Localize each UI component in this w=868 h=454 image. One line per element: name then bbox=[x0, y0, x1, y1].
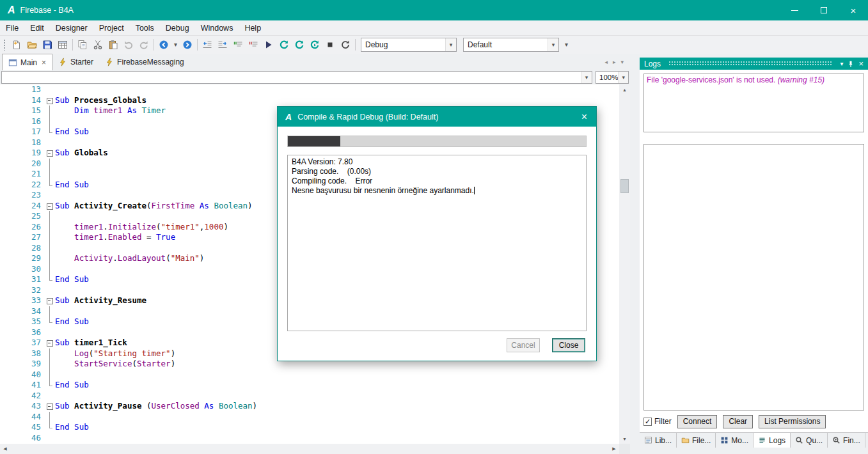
line-number[interactable]: 25 bbox=[0, 211, 45, 222]
chevron-down-icon[interactable]: ▾ bbox=[581, 72, 592, 83]
menu-file[interactable]: File bbox=[0, 20, 24, 35]
logs-tab-library[interactable]: Lib... bbox=[640, 433, 677, 448]
menu-project[interactable]: Project bbox=[93, 20, 130, 35]
fold-collapse-icon[interactable] bbox=[45, 95, 55, 106]
fold-collapse-icon[interactable] bbox=[45, 201, 55, 212]
menu-edit[interactable]: Edit bbox=[24, 20, 50, 35]
line-number[interactable]: 29 bbox=[0, 253, 45, 264]
chevron-down-icon[interactable]: ▾ bbox=[840, 60, 843, 67]
vertical-scrollbar[interactable]: ▲ ▼ bbox=[619, 84, 630, 444]
logs-tab-files[interactable]: File... bbox=[677, 433, 716, 448]
new-module-icon[interactable] bbox=[9, 37, 24, 52]
chevron-down-icon[interactable]: ▾ bbox=[618, 72, 628, 83]
line-number[interactable]: 35 bbox=[0, 317, 45, 327]
line-number[interactable]: 37 bbox=[0, 338, 45, 348]
line-number[interactable]: 44 bbox=[0, 412, 45, 423]
close-icon[interactable]: × bbox=[858, 59, 864, 68]
save-icon[interactable] bbox=[40, 37, 55, 52]
copy-icon[interactable] bbox=[75, 37, 90, 52]
menu-debug[interactable]: Debug bbox=[160, 20, 195, 35]
indent-icon[interactable] bbox=[215, 37, 230, 52]
scroll-up-icon[interactable]: ▲ bbox=[619, 84, 630, 95]
cancel-button[interactable]: Cancel bbox=[507, 338, 540, 352]
horizontal-scrollbar[interactable]: ◀ ▶ bbox=[0, 444, 619, 454]
line-number[interactable]: 32 bbox=[0, 285, 45, 296]
rapid-debug-reconnect-icon[interactable] bbox=[292, 37, 307, 52]
panel-splitter[interactable] bbox=[630, 54, 640, 454]
line-number[interactable]: 33 bbox=[0, 295, 45, 306]
maximize-button[interactable] bbox=[809, 0, 839, 20]
line-number[interactable]: 30 bbox=[0, 264, 45, 275]
fold-collapse-icon[interactable] bbox=[45, 338, 55, 348]
fold-collapse-icon[interactable] bbox=[45, 148, 55, 159]
close-button[interactable]: × bbox=[839, 0, 868, 20]
close-icon[interactable]: × bbox=[580, 111, 588, 123]
line-number[interactable]: 34 bbox=[0, 306, 45, 317]
fold-collapse-icon[interactable] bbox=[45, 295, 55, 306]
filter-checkbox-wrap[interactable]: ✓ Filter bbox=[643, 417, 672, 426]
code-line[interactable]: 44 bbox=[0, 412, 619, 423]
line-number[interactable]: 13 bbox=[0, 84, 45, 95]
logs-panel-header[interactable]: Logs ▾ × bbox=[640, 58, 868, 70]
dialog-title-bar[interactable]: A Compile & Rapid Debug (Build: Default)… bbox=[278, 107, 596, 127]
line-number[interactable]: 15 bbox=[0, 106, 45, 116]
tab-firebasemessaging[interactable]: FirebaseMessaging bbox=[99, 54, 190, 70]
redo-icon[interactable] bbox=[136, 37, 152, 52]
comment-icon[interactable] bbox=[230, 37, 246, 52]
close-icon[interactable]: × bbox=[42, 58, 46, 67]
modules-grid-icon[interactable] bbox=[55, 37, 70, 52]
caret-down-icon[interactable]: ▾ bbox=[171, 37, 180, 52]
logs-tab-modules[interactable]: Mo... bbox=[716, 433, 754, 448]
menu-windows[interactable]: Windows bbox=[195, 20, 239, 35]
line-number[interactable]: 18 bbox=[0, 137, 45, 148]
code-line[interactable]: 41End Sub bbox=[0, 380, 619, 391]
line-number[interactable]: 40 bbox=[0, 370, 45, 380]
uncomment-icon[interactable] bbox=[246, 37, 261, 52]
line-number[interactable]: 28 bbox=[0, 243, 45, 254]
tab-main[interactable]: Main× bbox=[2, 54, 52, 70]
menu-tools[interactable]: Tools bbox=[130, 20, 160, 35]
menu-help[interactable]: Help bbox=[239, 20, 267, 35]
paste-icon[interactable] bbox=[106, 37, 121, 52]
scroll-left-icon[interactable]: ◀ bbox=[0, 444, 10, 454]
line-number[interactable]: 31 bbox=[0, 274, 45, 285]
debug-combo[interactable]: Debug▾ bbox=[361, 38, 457, 52]
line-number[interactable]: 43 bbox=[0, 401, 45, 412]
line-number[interactable]: 46 bbox=[0, 433, 45, 444]
chevron-down-icon[interactable]: ▾ bbox=[445, 38, 456, 51]
tab-scroll-left-icon[interactable]: ◂ bbox=[604, 59, 608, 65]
line-number[interactable]: 21 bbox=[0, 169, 45, 180]
outdent-icon[interactable] bbox=[200, 37, 215, 52]
chevron-down-icon[interactable]: ▾ bbox=[548, 38, 558, 51]
code-line[interactable]: 42 bbox=[0, 391, 619, 402]
scroll-right-icon[interactable]: ▶ bbox=[609, 444, 619, 454]
code-line[interactable]: 13 bbox=[0, 84, 619, 95]
line-number[interactable]: 45 bbox=[0, 422, 45, 433]
line-number[interactable]: 17 bbox=[0, 127, 45, 137]
connect-button[interactable]: Connect bbox=[677, 415, 718, 428]
run-icon[interactable] bbox=[261, 37, 276, 52]
logs-tab-quick-search[interactable]: Qu... bbox=[791, 433, 828, 448]
connect-device-icon[interactable] bbox=[276, 37, 292, 52]
zoom-combo[interactable]: 100% ▾ bbox=[596, 71, 629, 84]
line-number[interactable]: 26 bbox=[0, 222, 45, 233]
list-permissions-button[interactable]: List Permissions bbox=[759, 415, 826, 428]
logs-warning-box[interactable]: File 'google-services.json' is not used.… bbox=[643, 74, 864, 132]
code-line[interactable]: 45End Sub bbox=[0, 422, 619, 433]
line-number[interactable]: 24 bbox=[0, 201, 45, 212]
filter-checkbox[interactable]: ✓ bbox=[643, 418, 652, 426]
minimize-button[interactable] bbox=[780, 0, 809, 20]
line-number[interactable]: 19 bbox=[0, 148, 45, 159]
cut-icon[interactable] bbox=[90, 37, 106, 52]
clear-button[interactable]: Clear bbox=[723, 415, 753, 428]
undo-icon[interactable] bbox=[121, 37, 136, 52]
compile-resume-icon[interactable] bbox=[307, 37, 322, 52]
logs-tab-find[interactable]: Fin... bbox=[828, 433, 865, 448]
line-number[interactable]: 42 bbox=[0, 391, 45, 402]
line-number[interactable]: 39 bbox=[0, 359, 45, 370]
nav-forward-icon[interactable] bbox=[180, 37, 195, 52]
stop-icon[interactable] bbox=[322, 37, 338, 52]
dialog-close-button[interactable]: Close bbox=[552, 338, 585, 352]
clean-refresh-icon[interactable] bbox=[338, 37, 353, 52]
logs-output-box[interactable] bbox=[643, 144, 864, 411]
